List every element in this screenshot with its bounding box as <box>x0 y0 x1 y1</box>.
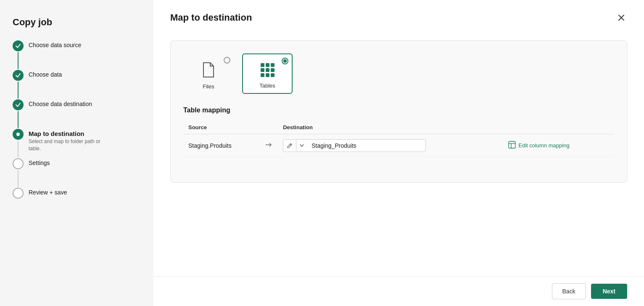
dest-edit-button[interactable] <box>283 140 296 151</box>
svg-rect-4 <box>266 63 269 67</box>
main-panel: Map to destination <box>153 0 644 306</box>
source-value: Staging.Produits <box>183 134 260 157</box>
destination-cell <box>278 134 499 157</box>
step-label-4: Map to destination <box>29 130 113 137</box>
svg-rect-3 <box>261 63 264 67</box>
svg-rect-6 <box>261 68 264 72</box>
type-selector: Files <box>183 53 614 94</box>
type-option-files[interactable]: Files <box>183 53 234 94</box>
col-arrow <box>260 121 278 134</box>
svg-rect-9 <box>261 73 264 77</box>
svg-rect-5 <box>271 63 274 67</box>
step-label-5: Settings <box>29 160 50 166</box>
table-row: Staging.Produits <box>183 134 614 157</box>
tables-radio <box>282 58 288 64</box>
sidebar: Copy job Choose data source C <box>0 0 153 306</box>
col-actions <box>499 121 614 134</box>
svg-rect-10 <box>266 73 269 77</box>
svg-rect-8 <box>271 68 274 72</box>
step-circle-5 <box>13 158 24 169</box>
file-icon <box>202 62 215 81</box>
type-option-tables[interactable]: Tables <box>242 53 293 94</box>
mapping-table: Source Destination Staging.Produits <box>183 121 614 157</box>
step-review-save: Review + save <box>13 188 141 199</box>
edit-column-mapping-button[interactable]: Edit column mapping <box>504 138 573 152</box>
tables-label: Tables <box>259 82 275 89</box>
step-line-3 <box>18 111 18 128</box>
step-choose-data: Choose data <box>13 70 141 99</box>
close-button[interactable] <box>615 12 627 24</box>
back-button[interactable]: Back <box>552 283 586 299</box>
step-sublabel-4: Select and map to folder path or table. <box>29 138 113 152</box>
step-label-2: Choose data <box>29 71 62 78</box>
tables-icon <box>260 63 274 80</box>
step-circle-2 <box>13 70 24 81</box>
next-button[interactable]: Next <box>591 284 627 299</box>
main-title: Map to destination <box>170 12 252 23</box>
step-label-6: Review + save <box>29 189 67 196</box>
svg-rect-7 <box>266 68 269 72</box>
arrow-cell <box>260 134 278 157</box>
destination-input-wrapper <box>283 139 426 152</box>
svg-rect-11 <box>271 73 274 77</box>
edit-col-icon <box>508 141 516 150</box>
step-map-destination: Map to destination Select and map to fol… <box>13 129 141 158</box>
main-header: Map to destination <box>153 0 644 32</box>
section-title: Table mapping <box>183 106 614 114</box>
destination-input[interactable] <box>307 140 425 152</box>
step-circle-4 <box>13 129 24 140</box>
step-label-1: Choose data source <box>29 42 81 48</box>
step-line-5 <box>18 170 18 187</box>
edit-col-label: Edit column mapping <box>518 142 569 149</box>
files-radio <box>224 57 230 64</box>
svg-point-0 <box>16 133 20 136</box>
step-label-3: Choose data destination <box>29 101 92 107</box>
sidebar-title: Copy job <box>13 17 141 28</box>
col-destination: Destination <box>278 121 499 134</box>
edit-col-cell: Edit column mapping <box>499 134 614 157</box>
step-choose-data-source: Choose data source <box>13 40 141 70</box>
step-settings: Settings <box>13 158 141 188</box>
files-label: Files <box>203 83 214 90</box>
step-list: Choose data source Choose data <box>13 40 141 199</box>
step-circle-3 <box>13 99 24 110</box>
dest-dropdown-button[interactable] <box>296 141 307 149</box>
svg-line-13 <box>290 144 291 145</box>
main-footer: Back Next <box>153 276 644 306</box>
main-body: Files <box>153 32 644 276</box>
col-source: Source <box>183 121 260 134</box>
step-choose-destination: Choose data destination <box>13 99 141 129</box>
step-line-4 <box>18 141 18 157</box>
step-line-1 <box>18 52 18 69</box>
step-line-2 <box>18 82 18 98</box>
svg-rect-14 <box>509 141 515 148</box>
mapping-card: Files <box>170 40 627 183</box>
step-circle-1 <box>13 40 24 51</box>
step-circle-6 <box>13 188 24 199</box>
